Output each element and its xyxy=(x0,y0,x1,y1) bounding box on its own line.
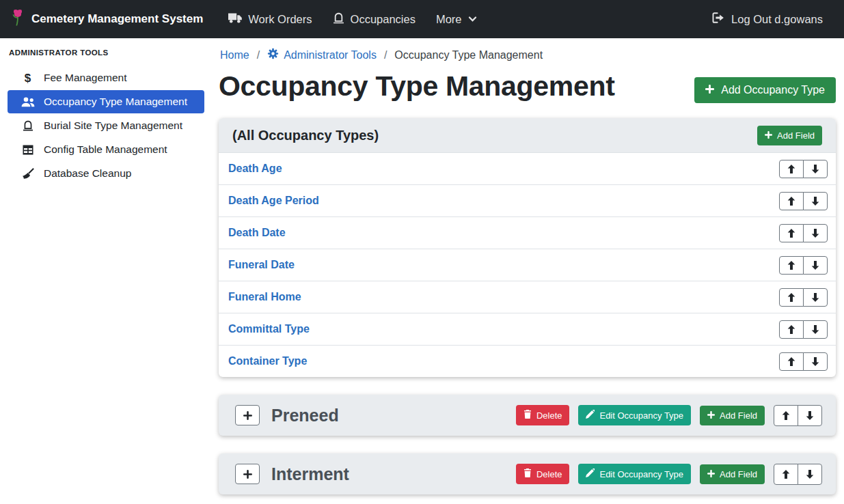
field-link[interactable]: Death Date xyxy=(228,227,286,239)
gear-icon xyxy=(267,48,279,62)
add-field-label: Add Field xyxy=(720,410,757,421)
sidebar-item-label: Fee Management xyxy=(44,72,127,84)
sidebar-item-fee-management[interactable]: $ Fee Management xyxy=(8,66,204,89)
reorder-buttons xyxy=(774,405,822,426)
field-link[interactable]: Funeral Date xyxy=(228,259,295,271)
expand-section-button[interactable] xyxy=(235,405,260,425)
breadcrumb-separator: / xyxy=(384,49,387,61)
field-row: Death Age Period xyxy=(219,184,836,216)
add-field-button[interactable]: Add Field xyxy=(700,464,765,484)
table-icon xyxy=(21,145,35,155)
all-occupancy-types-title: (All Occupancy Types) xyxy=(232,128,379,143)
all-occupancy-types-card: (All Occupancy Types) Add Field Death Ag… xyxy=(219,118,836,377)
breadcrumb-admin-tools-link[interactable]: Administrator Tools xyxy=(267,48,377,62)
field-row: Funeral Date xyxy=(219,249,836,281)
sidebar-item-database-cleanup[interactable]: Database Cleanup xyxy=(8,162,204,185)
move-down-button[interactable] xyxy=(803,192,828,210)
move-up-button[interactable] xyxy=(779,320,804,339)
add-field-button[interactable]: Add Field xyxy=(700,406,765,425)
breadcrumb-home-link[interactable]: Home xyxy=(220,49,249,61)
add-field-label: Add Field xyxy=(720,469,757,479)
edit-occupancy-type-button[interactable]: Edit Occupancy Type xyxy=(578,464,691,484)
field-row: Container Type xyxy=(219,345,836,377)
pencil-icon xyxy=(586,410,595,421)
sidebar-item-config-table-management[interactable]: Config Table Management xyxy=(8,138,204,161)
delete-button[interactable]: Delete xyxy=(516,464,570,484)
breadcrumb-current: Occupancy Type Management xyxy=(394,49,543,61)
nav-work-orders[interactable]: Work Orders xyxy=(218,7,322,31)
move-down-button[interactable] xyxy=(798,464,822,485)
add-field-label: Add Field xyxy=(777,130,815,141)
main-content: Home / Administrator Tool xyxy=(212,38,844,504)
plus-icon xyxy=(707,410,715,421)
field-link[interactable]: Funeral Home xyxy=(228,291,301,303)
page-title: Occupancy Type Management xyxy=(219,70,615,102)
delete-button[interactable]: Delete xyxy=(516,405,570,425)
move-up-button[interactable] xyxy=(779,352,804,371)
add-occupancy-type-label: Add Occupancy Type xyxy=(721,84,825,96)
move-up-button[interactable] xyxy=(774,464,798,485)
add-field-button[interactable]: Add Field xyxy=(757,126,822,145)
add-occupancy-type-button[interactable]: Add Occupancy Type xyxy=(694,77,836,103)
sidebar-item-label: Burial Site Type Management xyxy=(44,120,182,132)
field-link[interactable]: Death Age xyxy=(228,163,282,175)
section-title: Interment xyxy=(271,464,349,484)
move-up-button[interactable] xyxy=(779,224,804,242)
reorder-buttons xyxy=(779,224,828,242)
app-brand[interactable]: Cemetery Management System xyxy=(11,8,203,30)
field-link[interactable]: Container Type xyxy=(228,355,307,367)
headstone-icon xyxy=(21,120,35,131)
delete-label: Delete xyxy=(536,469,562,479)
breadcrumb-admin-tools-label: Administrator Tools xyxy=(284,49,377,61)
sidebar-item-burial-site-type-management[interactable]: Burial Site Type Management xyxy=(8,114,204,137)
pencil-icon xyxy=(586,468,595,479)
field-link[interactable]: Death Age Period xyxy=(228,195,319,207)
headstone-icon xyxy=(333,12,344,27)
move-down-button[interactable] xyxy=(798,405,822,426)
nav-more-label: More xyxy=(436,13,462,26)
move-down-button[interactable] xyxy=(803,288,828,307)
move-down-button[interactable] xyxy=(803,256,828,275)
move-down-button[interactable] xyxy=(803,320,828,339)
move-up-button[interactable] xyxy=(779,288,804,307)
plus-icon xyxy=(765,130,772,141)
edit-occupancy-type-label: Edit Occupancy Type xyxy=(599,469,683,479)
edit-occupancy-type-button[interactable]: Edit Occupancy Type xyxy=(578,405,691,425)
chevron-down-icon xyxy=(468,13,477,26)
move-up-button[interactable] xyxy=(779,160,804,178)
move-up-button[interactable] xyxy=(774,405,798,426)
nav-occupancies-label: Occupancies xyxy=(351,13,416,26)
logout-button[interactable]: Log Out d.gowans xyxy=(702,7,833,31)
users-icon xyxy=(21,97,35,107)
sidebar-item-label: Occupancy Type Management xyxy=(44,96,187,108)
delete-label: Delete xyxy=(536,410,562,421)
app-brand-label: Cemetery Management System xyxy=(31,12,203,26)
sidebar-item-label: Config Table Management xyxy=(44,143,167,156)
breadcrumb-separator: / xyxy=(257,49,260,61)
field-row: Death Age xyxy=(219,152,836,184)
move-up-button[interactable] xyxy=(779,192,804,210)
section-actions: Delete Edit Occupancy Type Add Field xyxy=(516,464,822,485)
nav-more[interactable]: More xyxy=(426,8,487,31)
move-up-button[interactable] xyxy=(779,256,804,275)
reorder-buttons xyxy=(774,464,822,485)
sidebar-item-occupancy-type-management[interactable]: Occupancy Type Management xyxy=(8,90,204,113)
move-down-button[interactable] xyxy=(803,352,828,371)
title-row: Occupancy Type Management Add Occupancy … xyxy=(219,70,836,103)
move-down-button[interactable] xyxy=(803,224,828,242)
dollar-icon: $ xyxy=(21,72,35,84)
plus-icon xyxy=(707,469,715,479)
nav-occupancies[interactable]: Occupancies xyxy=(323,7,426,32)
expand-section-button[interactable] xyxy=(235,464,260,484)
move-down-button[interactable] xyxy=(803,160,828,178)
reorder-buttons xyxy=(779,256,828,275)
plus-icon xyxy=(705,84,714,96)
occupancy-type-section-interment: Interment Delete Edit Occupancy Type Add… xyxy=(219,453,836,494)
broom-icon xyxy=(21,168,35,180)
logout-icon xyxy=(712,12,725,26)
field-row: Committal Type xyxy=(219,313,836,345)
field-link[interactable]: Committal Type xyxy=(228,323,310,335)
breadcrumb: Home / Administrator Tool xyxy=(219,44,836,62)
field-row: Funeral Home xyxy=(219,281,836,313)
reorder-buttons xyxy=(779,288,828,307)
